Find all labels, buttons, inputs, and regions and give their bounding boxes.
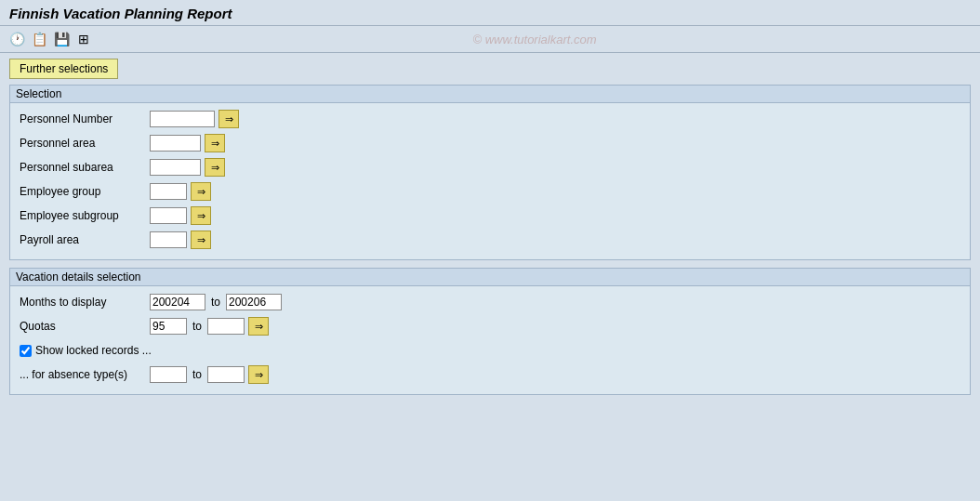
personnel-number-arrow[interactable] xyxy=(219,110,239,128)
employee-group-input[interactable] xyxy=(150,183,187,200)
employee-group-label: Employee group xyxy=(20,185,150,198)
employee-subgroup-arrow[interactable] xyxy=(191,206,211,225)
employee-group-arrow[interactable] xyxy=(191,182,211,201)
vacation-section-header: Vacation details selection xyxy=(10,269,970,286)
vacation-section: Vacation details selection Months to dis… xyxy=(9,268,971,395)
quotas-to-input[interactable] xyxy=(207,318,245,335)
personnel-subarea-arrow[interactable] xyxy=(205,158,225,177)
personnel-area-input[interactable] xyxy=(150,135,201,152)
toolbar: 🕐 📋 💾 ⊞ © www.tutorialkart.com xyxy=(0,26,980,53)
personnel-number-label: Personnel Number xyxy=(20,112,150,125)
copy-icon[interactable]: 📋 xyxy=(30,30,48,48)
show-locked-row: Show locked records ... xyxy=(20,340,960,361)
employee-group-row: Employee group xyxy=(20,181,960,202)
quotas-row: Quotas to xyxy=(20,316,960,336)
payroll-area-row: Payroll area xyxy=(20,230,960,250)
absence-arrow[interactable] xyxy=(248,365,269,384)
layout-icon[interactable]: ⊞ xyxy=(74,30,93,48)
show-locked-label: Show locked records ... xyxy=(35,344,152,357)
payroll-area-arrow[interactable] xyxy=(191,231,211,249)
personnel-subarea-input[interactable] xyxy=(150,159,201,176)
absence-to-label: to xyxy=(192,368,202,381)
employee-subgroup-input[interactable] xyxy=(150,207,187,224)
save-icon[interactable]: 💾 xyxy=(52,30,71,48)
personnel-area-row: Personnel area xyxy=(20,133,960,153)
further-selections-button[interactable]: Further selections xyxy=(9,59,118,79)
quotas-label: Quotas xyxy=(20,320,150,333)
months-from-input[interactable] xyxy=(150,294,205,310)
quotas-from-input[interactable] xyxy=(150,318,187,335)
personnel-subarea-label: Personnel subarea xyxy=(20,161,150,174)
payroll-area-input[interactable] xyxy=(150,231,187,248)
selection-section-body: Personnel Number Personnel area Personne… xyxy=(10,103,970,259)
personnel-number-row: Personnel Number xyxy=(20,109,960,129)
personnel-area-label: Personnel area xyxy=(20,137,150,150)
quotas-arrow[interactable] xyxy=(248,317,269,336)
watermark: © www.tutorialkart.com xyxy=(97,33,973,46)
quotas-to-label: to xyxy=(192,320,202,333)
payroll-area-label: Payroll area xyxy=(20,233,150,246)
absence-row: ... for absence type(s) to xyxy=(20,364,960,385)
employee-subgroup-label: Employee subgroup xyxy=(20,209,150,222)
employee-subgroup-row: Employee subgroup xyxy=(20,205,960,226)
months-to-input[interactable] xyxy=(226,294,282,310)
months-to-label: to xyxy=(211,296,220,309)
page-title: Finnish Vacation Planning Report xyxy=(9,6,971,21)
personnel-area-arrow[interactable] xyxy=(205,134,225,152)
show-locked-checkbox[interactable] xyxy=(20,345,32,357)
clock-icon[interactable]: 🕐 xyxy=(7,30,26,48)
personnel-subarea-row: Personnel subarea xyxy=(20,157,960,178)
months-row: Months to display to xyxy=(20,292,960,312)
absence-from-input[interactable] xyxy=(150,366,187,383)
vacation-section-body: Months to display to Quotas to Show lock… xyxy=(10,286,970,394)
title-bar: Finnish Vacation Planning Report xyxy=(0,0,980,26)
content-area: Further selections Selection Personnel N… xyxy=(0,53,980,408)
selection-section-header: Selection xyxy=(10,86,970,103)
months-label: Months to display xyxy=(20,296,150,309)
selection-section: Selection Personnel Number Personnel are… xyxy=(9,85,971,260)
absence-label: ... for absence type(s) xyxy=(20,368,150,381)
absence-to-input[interactable] xyxy=(207,366,245,383)
personnel-number-input[interactable] xyxy=(150,111,215,127)
